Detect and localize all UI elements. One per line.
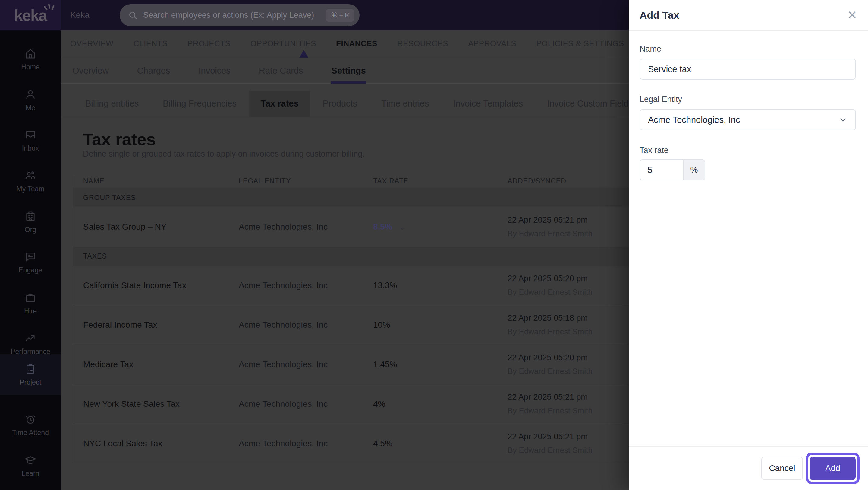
- subtab-settings[interactable]: Settings: [332, 59, 366, 82]
- briefcase-icon: [24, 291, 37, 304]
- page-subtitle: Define single or grouped tax rates to ap…: [83, 149, 365, 159]
- tab-finances[interactable]: FINANCES: [336, 39, 377, 48]
- tab-clients[interactable]: CLIENTS: [133, 39, 167, 48]
- sidebar-item-me[interactable]: Me: [0, 80, 61, 120]
- sidebar-item-project[interactable]: Project: [0, 354, 61, 395]
- active-tab-caret-icon: [299, 50, 308, 58]
- grad-cap-icon: [24, 454, 37, 466]
- logo-spark-icon: [44, 3, 55, 12]
- pill-billing-frequencies[interactable]: Billing Frequencies: [163, 90, 237, 117]
- chevron-down-icon[interactable]: ⌄: [398, 222, 407, 232]
- tax-rate-field[interactable]: 5: [640, 160, 683, 180]
- sidebar-item-engage[interactable]: Engage: [0, 242, 61, 283]
- home-icon: [24, 47, 37, 60]
- alarm-icon: [24, 413, 37, 426]
- sidebar-item-time-attend[interactable]: Time Attend: [0, 405, 61, 445]
- search-placeholder: Search employees or actions (Ex: Apply L…: [143, 10, 326, 20]
- tab-opportunities[interactable]: OPPORTUNITIES: [250, 39, 316, 48]
- pill-invoice-templates[interactable]: Invoice Templates: [453, 90, 523, 117]
- legal-entity-label: Legal Entity: [640, 95, 682, 104]
- tab-overview[interactable]: OVERVIEW: [70, 39, 114, 48]
- subtab-overview[interactable]: Overview: [72, 59, 109, 82]
- pill-time-entries[interactable]: Time entries: [381, 90, 429, 117]
- tax-rate-group: 5 %: [640, 159, 705, 180]
- search-icon: [128, 10, 138, 20]
- subtab-invoices[interactable]: Invoices: [198, 59, 230, 82]
- add-button-focus-ring: Add: [806, 453, 860, 484]
- sidebar-item-learn[interactable]: Learn: [0, 445, 61, 486]
- close-icon[interactable]: ✕: [847, 9, 857, 21]
- pill-billing-entities[interactable]: Billing entities: [85, 90, 138, 117]
- page-title: Tax rates: [83, 130, 156, 149]
- sidebar-item-org[interactable]: Org: [0, 202, 61, 242]
- keka-logo[interactable]: keka: [0, 0, 61, 30]
- subtab-rate-cards[interactable]: Rate Cards: [259, 59, 303, 82]
- inbox-icon: [24, 128, 37, 141]
- percent-suffix: %: [683, 160, 705, 180]
- col-header-name: NAME: [73, 177, 239, 185]
- group-rate-link[interactable]: 8.5%: [373, 222, 393, 231]
- sidebar-item-hire[interactable]: Hire: [0, 283, 61, 324]
- name-field[interactable]: Service tax: [640, 59, 856, 80]
- drawer-header: Add Tax ✕: [629, 0, 868, 31]
- col-header-legal-entity: LEGAL ENTITY: [239, 177, 373, 185]
- app-title: Keka: [70, 10, 90, 20]
- global-search-input[interactable]: Search employees or actions (Ex: Apply L…: [120, 4, 360, 26]
- name-label: Name: [640, 45, 661, 54]
- user-icon: [24, 88, 37, 101]
- add-tax-drawer: Add Tax ✕ Name Service tax Legal Entity …: [629, 0, 868, 490]
- legal-entity-select[interactable]: Acme Technologies, Inc: [640, 109, 856, 131]
- drawer-footer: Cancel Add: [629, 446, 868, 490]
- logo-text: keka: [14, 7, 47, 24]
- sidebar-item-inbox[interactable]: Inbox: [0, 120, 61, 161]
- add-button[interactable]: Add: [810, 457, 856, 480]
- drawer-title: Add Tax: [640, 9, 679, 21]
- building-icon: [24, 210, 37, 223]
- sidebar-nav: Home Me Inbox My Team Org Engage Hire Pe…: [0, 30, 61, 490]
- pill-invoice-custom-fields[interactable]: Invoice Custom Fields: [547, 90, 633, 117]
- trend-icon: [24, 332, 37, 345]
- pill-tax-rates[interactable]: Tax rates: [249, 90, 310, 117]
- pill-products[interactable]: Products: [323, 90, 357, 117]
- clipboard-icon: [24, 363, 37, 375]
- team-icon: [24, 169, 37, 182]
- search-shortcut-badge: ⌘ + K: [326, 9, 354, 22]
- tab-resources[interactable]: RESOURCES: [397, 39, 448, 48]
- subtab-charges[interactable]: Charges: [137, 59, 170, 82]
- tab-approvals[interactable]: APPROVALS: [468, 39, 516, 48]
- tab-policies-settings[interactable]: POLICIES & SETTINGS: [536, 39, 624, 48]
- col-header-tax-rate: TAX RATE: [373, 177, 507, 185]
- tax-rate-label: Tax rate: [640, 146, 669, 155]
- sidebar-item-my-team[interactable]: My Team: [0, 161, 61, 202]
- chat-icon: [24, 251, 37, 263]
- tab-projects[interactable]: PROJECTS: [187, 39, 230, 48]
- chevron-down-icon: [839, 116, 847, 124]
- sidebar-item-home[interactable]: Home: [0, 39, 61, 80]
- cancel-button[interactable]: Cancel: [761, 457, 803, 480]
